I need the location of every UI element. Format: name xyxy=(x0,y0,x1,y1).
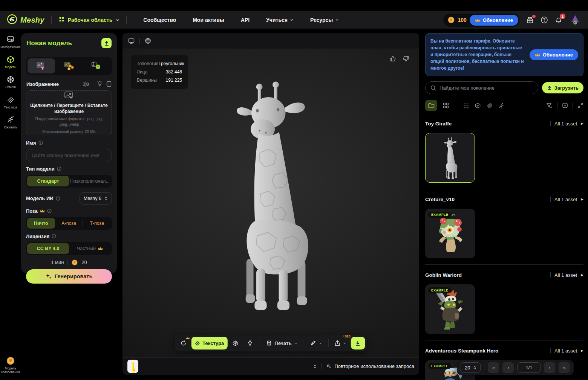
workspace-switcher[interactable]: Рабочая область xyxy=(58,16,120,24)
asset-sections: Toy Giraffe All 1 asset▶ Creture_v10 All… xyxy=(425,113,583,380)
credits-pill[interactable]: 100 Обновление xyxy=(443,14,519,27)
print-button[interactable]: Печать xyxy=(262,337,301,349)
thumbs-down-icon[interactable] xyxy=(403,55,409,62)
rail-item-texture[interactable]: Текстура xyxy=(0,96,21,109)
gift-button[interactable] xyxy=(526,16,534,24)
asset-thumbnail-toy-giraffe[interactable] xyxy=(425,133,475,183)
filter-funnel-icon[interactable] xyxy=(546,102,553,108)
share-button[interactable]: +$20 xyxy=(331,337,350,349)
info-icon xyxy=(56,196,60,201)
texture-button[interactable]: Текстура xyxy=(191,337,227,349)
help-button[interactable] xyxy=(541,16,548,24)
section-all-assets-link[interactable]: All 1 asset▶ xyxy=(550,121,583,127)
stage-3d[interactable]: ТопологияТреугольник Лица382 446 Вершины… xyxy=(122,49,419,357)
asset-section-goblin: Goblin Warlord All 1 asset▶ EXAMPLE xyxy=(425,264,583,334)
asset-search[interactable] xyxy=(425,81,538,94)
select-chevrons-icon xyxy=(104,196,108,201)
nav-link-resources[interactable]: Ресурсы xyxy=(310,17,339,23)
next-page-button[interactable]: › xyxy=(544,362,555,373)
type-option-standard[interactable]: Стандарт xyxy=(27,176,69,186)
giraffe-3d-model[interactable] xyxy=(204,62,332,326)
page-size-select[interactable]: 20 xyxy=(461,362,481,373)
reuse-prompt-button[interactable]: Повторное использование запроса xyxy=(326,363,414,369)
section-all-assets-link[interactable]: All 1 asset▶ xyxy=(550,272,583,278)
crown-icon xyxy=(40,209,45,213)
nav-link-assets[interactable]: Мои активы xyxy=(193,17,224,23)
chevron-down-icon xyxy=(115,18,119,22)
asset-thumbnail-creture[interactable]: EXAMPLE xyxy=(425,209,475,258)
upgrade-button[interactable]: Обновление xyxy=(470,15,518,26)
rail-item-model[interactable]: Модель xyxy=(0,55,21,69)
upload-asset-button[interactable]: Загрузить xyxy=(542,82,583,93)
thumbs-up-icon[interactable] xyxy=(389,55,396,62)
info-icon xyxy=(57,166,61,171)
section-all-assets-link[interactable]: All 1 asset▶ xyxy=(550,348,583,354)
stat-value: 382 446 xyxy=(166,68,182,76)
rail-item-image[interactable]: AI Изображение xyxy=(0,35,21,49)
download-button[interactable] xyxy=(351,337,365,349)
guide-book-icon[interactable] xyxy=(106,81,112,87)
pose-option-none[interactable]: Ничто xyxy=(27,218,55,229)
all-assets-icon[interactable] xyxy=(463,103,469,108)
quick-upload-button[interactable] xyxy=(101,38,112,48)
gift-notification-dot xyxy=(532,15,536,18)
cube-icon xyxy=(6,55,15,64)
asset-section-creture: Creture_v10 All 1 asset▶ EXAMPLE xyxy=(425,189,583,258)
folder-view-button[interactable] xyxy=(425,100,437,111)
search-input[interactable] xyxy=(439,85,533,91)
generate-button[interactable]: Генерировать xyxy=(26,269,112,284)
stat-label: Лица xyxy=(137,68,147,76)
type-option-lowpoly[interactable]: Низкополигонал... xyxy=(69,176,111,186)
nav-link-community[interactable]: Сообщество xyxy=(143,17,176,23)
prev-page-button[interactable]: ‹ xyxy=(502,362,514,373)
pose-option-a-pose[interactable]: А-поза xyxy=(55,218,83,229)
grid-view-icon[interactable] xyxy=(443,102,449,108)
tab-text-to-3d[interactable] xyxy=(83,58,110,73)
coin-icon xyxy=(448,17,455,23)
rail-item-remesh[interactable]: Ремеш xyxy=(0,75,21,89)
meshy-app: Meshy Рабочая область Сообщество Мои акт… xyxy=(0,0,588,380)
banner-upgrade-button[interactable]: Обновление xyxy=(530,49,578,60)
pose-option-t-pose[interactable]: Т-поза xyxy=(83,218,111,229)
nav-link-api[interactable]: API xyxy=(241,17,250,23)
tab-image-to-3d[interactable] xyxy=(28,58,55,73)
environment-icon[interactable] xyxy=(145,38,151,44)
viewport-topbar xyxy=(122,33,419,49)
expand-icon[interactable] xyxy=(577,102,583,108)
asset-section-toy-giraffe: Toy Giraffe All 1 asset▶ xyxy=(425,113,583,183)
nav-link-learn[interactable]: Учиться xyxy=(266,17,294,23)
rig-button[interactable] xyxy=(243,337,257,349)
brand[interactable]: Meshy xyxy=(7,14,44,26)
image-dropzone[interactable]: Щелкните / Перетащите / Вставьте изображ… xyxy=(26,90,112,135)
filter-model-icon[interactable] xyxy=(475,102,481,109)
multi-select-icon[interactable] xyxy=(562,102,568,108)
user-avatar[interactable] xyxy=(569,14,581,26)
filter-texture-icon[interactable] xyxy=(487,102,493,108)
license-option-private[interactable]: Частный xyxy=(69,243,111,254)
collapse-chevrons-icon[interactable] xyxy=(313,364,317,369)
source-image-thumbnail[interactable] xyxy=(127,360,138,373)
rail-item-animate[interactable]: Оживить xyxy=(0,116,21,129)
lightbulb-icon[interactable] xyxy=(97,81,103,87)
notifications-button[interactable]: 1 xyxy=(555,16,562,24)
license-option-ccby[interactable]: CC BY 4.0 xyxy=(27,243,69,254)
license-segment: CC BY 4.0 Частный xyxy=(26,242,112,255)
crown-icon xyxy=(98,247,103,250)
display-mode-icon[interactable] xyxy=(128,38,135,44)
rig-icon xyxy=(247,340,253,346)
rail-item-model-voting[interactable]: Модельголосования xyxy=(0,357,21,374)
retry-button[interactable] xyxy=(176,337,190,349)
tab-image-to-voxel[interactable] xyxy=(55,58,83,73)
first-page-button[interactable]: « xyxy=(488,362,499,373)
ai-model-select[interactable]: Meshy 6 xyxy=(80,192,112,204)
stylize-button[interactable] xyxy=(307,337,326,349)
symmetry-icon[interactable] xyxy=(83,81,89,87)
asset-thumbnail-goblin[interactable]: EXAMPLE xyxy=(425,284,475,334)
generation-time: 1 мин xyxy=(51,259,64,265)
section-all-assets-link[interactable]: All 1 asset▶ xyxy=(550,197,583,202)
dropzone-max-size: Максимальный размер: 20 МБ xyxy=(42,129,96,135)
filter-animation-icon[interactable] xyxy=(498,102,505,109)
name-input[interactable] xyxy=(26,149,112,162)
remesh-button[interactable] xyxy=(228,337,242,349)
last-page-button[interactable]: » xyxy=(559,362,570,373)
